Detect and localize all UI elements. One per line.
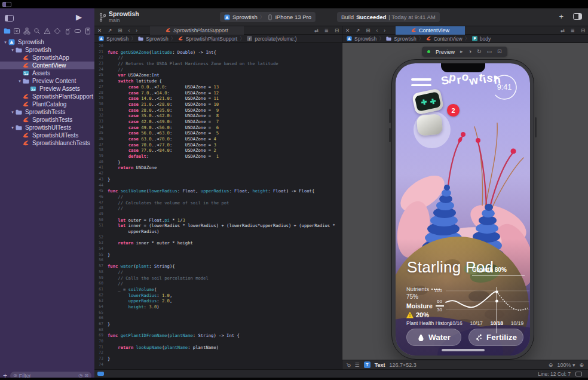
code-line: 59 // Calls the soil percolation model [94, 275, 342, 281]
sidebar-toggle-icon[interactable] [5, 15, 14, 22]
sidebar-item-sprowtishuitests[interactable]: SprowtishUITests [0, 131, 94, 139]
zoom-out-icon[interactable]: ⊖ [549, 362, 553, 368]
find-navigator-icon[interactable] [33, 27, 41, 35]
minimap-icon[interactable]: ≣ [568, 27, 578, 33]
sidebar-item-sprowtishapp[interactable]: SprowtishApp [0, 54, 94, 62]
library-add-button[interactable]: + [559, 12, 564, 21]
focus-editor-icon[interactable]: ↗ [105, 27, 115, 33]
zoom-in-icon[interactable]: ⊕ [579, 362, 584, 368]
breadcrumb-sprowtish[interactable]: Sprowtish [347, 36, 376, 42]
issues-navigator-icon[interactable] [44, 27, 51, 35]
breadcrumb-sprowtish[interactable]: Sprowtish [99, 36, 128, 42]
symbols-navigator-icon[interactable] [23, 27, 31, 35]
activity-view[interactable]: Build Succeeded | Today at 9:41 AM [337, 12, 440, 22]
source-editor[interactable]: 2021func getUSDAZone(latitude: Double) -… [94, 43, 342, 369]
home-indicator[interactable] [442, 349, 485, 351]
sidebar-item-sprowtishuitests[interactable]: ▾SprowtishUITests [0, 124, 94, 131]
menu-bar [0, 0, 588, 8]
sidebar-item-preview-content[interactable]: ▾Preview Content [0, 77, 94, 85]
zoom-level[interactable]: 100% ▾ [557, 362, 575, 368]
live-preview-icon[interactable]: ▸ [460, 49, 463, 54]
selection-inspector-icon[interactable]: ☰ [355, 362, 360, 368]
disclosure-chevron-icon[interactable]: ▾ [17, 79, 23, 84]
disclosure-chevron-icon[interactable]: ▾ [10, 125, 16, 130]
sidebar-item-preview-assets[interactable]: Preview Assets [0, 85, 94, 93]
inspector-toggle-icon[interactable] [573, 13, 582, 20]
source-control-summary[interactable]: Sprowtish main [99, 11, 139, 23]
clock-widget: 9:41 [489, 72, 520, 103]
close-split-icon[interactable]: ✕ [342, 27, 353, 33]
swap-file-icon[interactable]: ⇄ [558, 27, 568, 33]
add-editor-icon[interactable]: ⊟ [578, 27, 588, 33]
notification-badge[interactable]: 2 [447, 104, 460, 117]
line-number: 26 [94, 78, 108, 84]
disclosure-chevron-icon[interactable]: ▾ [2, 40, 8, 45]
tab-sprowtishplantsupport[interactable]: SprowtishPlantSupport [150, 26, 244, 35]
line-number: 30 [94, 102, 108, 108]
breadcrumb-percolate-volume-[interactable]: fpercolate(volume:) [247, 36, 296, 42]
breakpoints-navigator-icon[interactable] [74, 27, 81, 35]
project-icon [8, 39, 16, 45]
breadcrumb-sprowtishplantsupport[interactable]: SprowtishPlantSupport [178, 36, 237, 42]
sidebar-item-sprowtishplantsupport[interactable]: SprowtishPlantSupport [0, 93, 94, 100]
focus-editor-icon[interactable]: ↗ [353, 27, 363, 33]
duplicate-preview-icon[interactable]: ⊡ [497, 49, 502, 54]
breadcrumb-sprowtish[interactable]: Sprowtish [386, 36, 416, 42]
device-settings-icon[interactable]: ▭ [487, 49, 492, 54]
sidebar-item-sprowtishtests[interactable]: ▾SprowtishTests [0, 108, 94, 116]
disclosure-chevron-icon[interactable]: ▾ [10, 110, 16, 115]
back-icon[interactable]: ‹ [125, 27, 133, 33]
reports-navigator-icon[interactable] [84, 27, 91, 35]
text-type-badge: T [364, 361, 370, 368]
sidebar-item-assets[interactable]: Assets [0, 69, 94, 77]
breakpoint-indicator[interactable] [97, 372, 104, 376]
code-line: 39 default: USDAZone = 1 [94, 154, 342, 160]
back-icon[interactable]: ‹ [373, 27, 381, 33]
sidebar-item-sprowtish[interactable]: ▾Sprowtish [0, 38, 94, 46]
line-number: 40 [94, 160, 108, 166]
orientation-icon[interactable]: ↻ [477, 49, 482, 54]
tab-contentview[interactable]: ContentView [396, 26, 465, 35]
folder-icon [138, 36, 143, 41]
swap-file-icon[interactable]: ⇄ [311, 27, 321, 33]
folder-icon [16, 47, 23, 53]
debug-navigator-icon[interactable] [63, 27, 71, 35]
breadcrumb-body[interactable]: Pbody [472, 36, 491, 42]
sidebar-item-sprowtishlaunchtests[interactable]: SprowtishlaunchTests [0, 139, 94, 147]
line-number: 35 [94, 130, 108, 136]
line-number: 37 [94, 142, 108, 148]
volume-up-button [389, 109, 391, 123]
run-button[interactable]: ▶ [76, 13, 82, 22]
breadcrumb-sprowtish[interactable]: Sprowtish [138, 36, 168, 42]
grid-view-icon[interactable]: ⊞ [363, 27, 373, 33]
sidebar-item-sprowtishtests[interactable]: SprowtishTests [0, 116, 94, 124]
fertilize-button[interactable]: Fertilize [468, 329, 523, 346]
window-icon [2, 2, 11, 7]
pin-icon[interactable]: ⚲ [345, 361, 352, 369]
bottom-strip [0, 378, 588, 380]
color-variants-icon[interactable]: ◑ [468, 49, 471, 54]
project-navigator-icon[interactable] [3, 27, 11, 35]
robot-avatar[interactable] [409, 88, 457, 148]
robot-head [412, 88, 444, 115]
sidebar-item-sprowtish[interactable]: ▾Sprowtish [0, 46, 94, 54]
app-screen[interactable]: Sprowtish 9:41 2 Starling P [396, 63, 530, 356]
disclosure-chevron-icon[interactable]: ▾ [10, 48, 16, 53]
add-editor-icon[interactable]: ⊟ [332, 27, 342, 33]
grid-view-icon[interactable]: ⊞ [115, 27, 125, 33]
forward-icon[interactable]: › [133, 27, 140, 33]
sidebar-item-contentview[interactable]: ContentView [0, 62, 94, 69]
tests-navigator-icon[interactable] [53, 27, 61, 35]
close-split-icon[interactable]: ✕ [94, 27, 105, 33]
minimap-icon[interactable]: ≣ [321, 27, 332, 33]
code-line: 58 // [94, 269, 342, 275]
scheme-selector[interactable]: Sprowtish 〉 iPhone 13 Pro [220, 12, 316, 22]
water-button[interactable]: Water [406, 329, 461, 346]
device-bezel-icon[interactable] [575, 372, 582, 376]
breadcrumb-contentview[interactable]: ContentView [426, 36, 463, 42]
chevron-right-icon: 〉 [419, 35, 424, 42]
sidebar-item-plantcatalog[interactable]: PlantCatalog [0, 100, 94, 108]
code-line: 49 [94, 212, 342, 217]
forward-icon[interactable]: › [381, 27, 388, 33]
source-control-navigator-icon[interactable] [13, 27, 21, 35]
